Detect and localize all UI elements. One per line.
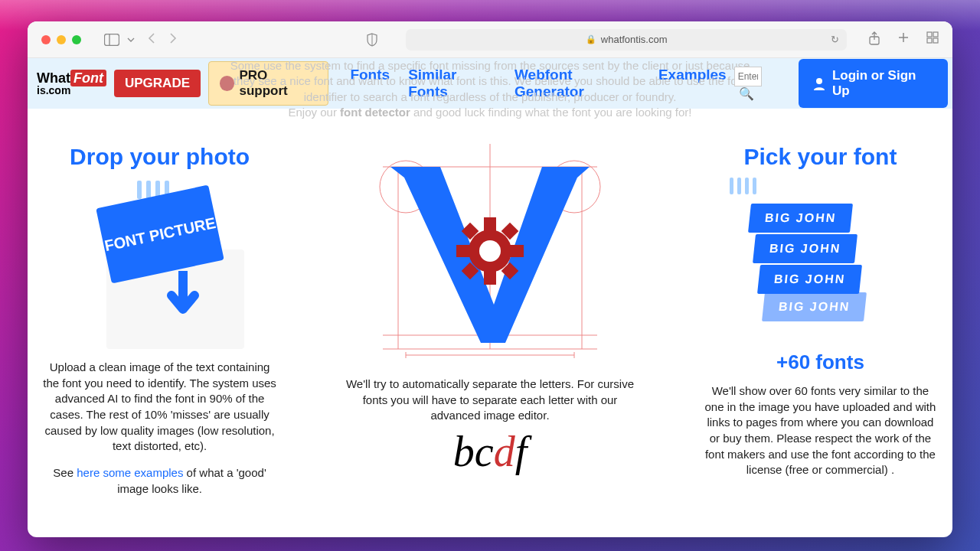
col1-text: Upload a clean image of the text contain…: [37, 360, 283, 455]
chevron-down-icon[interactable]: [127, 37, 135, 43]
tabs-icon[interactable]: [926, 31, 939, 48]
col1-title: Drop your photo: [37, 144, 283, 170]
svg-rect-6: [927, 38, 932, 43]
v-graphic: [360, 144, 620, 366]
col1-text2: See here some examples of what a 'good' …: [37, 465, 283, 497]
svg-rect-23: [456, 245, 472, 257]
col-drop-photo: Drop your photo FONT PICTURE Upload a cl…: [37, 144, 283, 497]
svg-rect-0: [105, 34, 119, 45]
drop-graphic: FONT PICTURE: [60, 188, 260, 341]
script-sample: bcdf: [305, 427, 675, 476]
col3-title: Pick your font: [697, 144, 943, 170]
col-center: We'll try to automatically separate the …: [305, 144, 675, 497]
col3-text: We'll show over 60 fonts very similar to…: [697, 383, 943, 478]
back-icon[interactable]: [147, 32, 156, 47]
search: 🔍: [734, 67, 784, 101]
font-stack-graphic: BIG JOHN BIG JOHN BIG JOHN BIG JOHN: [743, 188, 897, 341]
svg-rect-7: [933, 38, 938, 43]
arrow-down-icon: [164, 271, 202, 324]
col3-sub: +60 fonts: [697, 350, 943, 374]
shield-icon[interactable]: [366, 33, 378, 47]
svg-rect-5: [933, 32, 938, 37]
search-icon[interactable]: 🔍: [739, 87, 754, 100]
svg-rect-24: [508, 245, 524, 257]
svg-point-29: [479, 240, 501, 262]
forward-icon[interactable]: [168, 32, 178, 47]
traffic-lights: [41, 35, 81, 44]
svg-rect-22: [484, 269, 496, 285]
search-input[interactable]: [734, 67, 762, 86]
minimize-icon[interactable]: [57, 35, 66, 44]
maximize-icon[interactable]: [72, 35, 81, 44]
examples-link[interactable]: here some examples: [77, 466, 183, 479]
new-tab-icon[interactable]: [897, 31, 910, 48]
svg-rect-4: [927, 32, 932, 37]
titlebar: 🔒 whatfontis.com ↻: [28, 21, 952, 58]
svg-rect-21: [484, 217, 496, 233]
sidebar-icon[interactable]: [104, 34, 119, 46]
browser-window: 🔒 whatfontis.com ↻ Some use the system t…: [28, 21, 952, 537]
url-bar[interactable]: 🔒 whatfontis.com ↻: [406, 29, 847, 51]
reload-icon[interactable]: ↻: [831, 34, 839, 45]
close-icon[interactable]: [41, 35, 51, 44]
lock-icon: 🔒: [586, 34, 596, 44]
col2-text: We'll try to automatically separate the …: [305, 377, 675, 424]
url-text: whatfontis.com: [601, 34, 668, 45]
page-content: Some use the system to find a specific f…: [28, 58, 952, 537]
share-icon[interactable]: [868, 31, 880, 48]
col-pick-font: Pick your font BIG JOHN BIG JOHN BIG JOH…: [697, 144, 943, 497]
